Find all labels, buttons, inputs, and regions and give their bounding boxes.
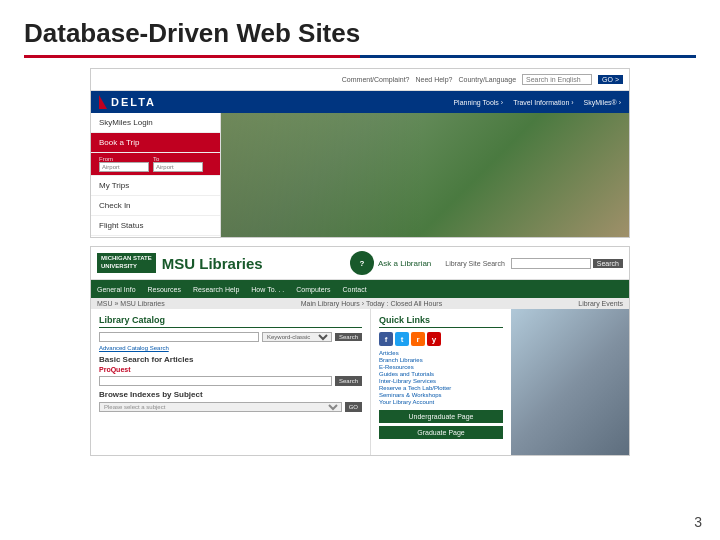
msu-ql-account[interactable]: Your Library Account (379, 399, 503, 405)
msu-library-title: MSU Libraries (162, 255, 263, 272)
delta-triangle-icon (99, 95, 107, 109)
msu-breadcrumb-right: Library Events (578, 300, 623, 307)
msu-articles-title: Basic Search for Articles (99, 355, 362, 364)
msu-logo-line1: MICHIGAN STATE (101, 255, 152, 263)
delta-topbar: Comment/Complaint? Need Help? Country/La… (91, 69, 629, 91)
msu-browse-row: Please select a subject GO (99, 402, 362, 412)
msu-undergrad-button[interactable]: Undergraduate Page (379, 410, 503, 423)
delta-book-trip[interactable]: Book a Trip (91, 133, 220, 153)
delta-sidebar: SkyMiles Login Book a Trip From To My Tr… (91, 113, 221, 238)
msu-body: Library Catalog Keyword-classic Search A… (91, 309, 629, 456)
delta-screenshot: Comment/Complaint? Need Help? Country/La… (90, 68, 630, 238)
msu-navbar: General Info Resources Research Help How… (91, 280, 629, 298)
msu-logo: MICHIGAN STATE UNIVERSITY (97, 253, 156, 273)
msu-ql-seminars[interactable]: Seminars & Workshops (379, 392, 503, 398)
msu-nav-howto[interactable]: How To. . . (251, 286, 284, 293)
msu-article-row: Search (99, 376, 362, 386)
delta-help-link[interactable]: Need Help? (415, 76, 452, 83)
slide-container: Database-Driven Web Sites Comment/Compla… (0, 0, 720, 540)
youtube-icon[interactable]: y (427, 332, 441, 346)
page-number: 3 (694, 514, 702, 530)
msu-ql-title: Quick Links (379, 315, 503, 328)
delta-check-in[interactable]: Check In (91, 196, 220, 216)
delta-nav-skymiles[interactable]: SkyMiles® › (584, 99, 621, 106)
msu-ql-articles[interactable]: Articles (379, 350, 503, 356)
delta-to-input[interactable] (153, 162, 203, 172)
delta-my-trips[interactable]: My Trips (91, 176, 220, 196)
msu-ask-librarian: ? Ask a Librarian (350, 251, 431, 275)
delta-go-button[interactable]: GO > (598, 75, 623, 84)
msu-breadcrumb-center: Main Library Hours › Today : Closed All … (301, 300, 442, 307)
delta-search-input[interactable] (522, 74, 592, 85)
delta-nav-planning[interactable]: Planning Tools › (453, 99, 503, 106)
msu-ask-icon: ? (350, 251, 374, 275)
msu-browse-select[interactable]: Please select a subject (99, 402, 342, 412)
msu-nav-general[interactable]: General Info (97, 286, 136, 293)
msu-ql-guides[interactable]: Guides and Tutorials (379, 371, 503, 377)
msu-proquest-label: ProQuest (99, 366, 362, 373)
msu-browse-go-btn[interactable]: GO (345, 402, 362, 412)
delta-skymiles-login[interactable]: SkyMiles Login (91, 113, 220, 133)
msu-breadcrumb-left: MSU » MSU Libraries (97, 300, 165, 307)
delta-logo: DELTA (99, 95, 156, 109)
msu-main-content: Library Catalog Keyword-classic Search A… (91, 309, 371, 456)
msu-catalog-search-btn[interactable]: Search (335, 333, 362, 341)
msu-logo-line2: UNIVERSITY (101, 263, 152, 271)
delta-photo-overlay (221, 113, 629, 238)
delta-navbar: DELTA Planning Tools › Travel Informatio… (91, 91, 629, 113)
msu-campus-photo (511, 309, 629, 456)
slide-title: Database-Driven Web Sites (24, 18, 696, 49)
msu-catalog-select[interactable]: Keyword-classic (262, 332, 332, 342)
msu-site-search-label: Library Site Search (445, 260, 505, 267)
delta-nav-travel[interactable]: Travel Information › (513, 99, 573, 106)
msu-ql-interlibrary[interactable]: Inter-Library Services (379, 378, 503, 384)
rss-icon[interactable]: r (411, 332, 425, 346)
delta-photo (221, 113, 629, 238)
facebook-icon[interactable]: f (379, 332, 393, 346)
delta-from-input[interactable] (99, 162, 149, 172)
msu-ql-reserve[interactable]: Reserve a Tech Lab/Plotter (379, 385, 503, 391)
msu-search-input[interactable] (511, 258, 591, 269)
delta-flight-status[interactable]: Flight Status (91, 216, 220, 236)
msu-search-area: Search (511, 258, 623, 269)
msu-nav-resources[interactable]: Resources (148, 286, 181, 293)
msu-article-search-btn[interactable]: Search (335, 376, 362, 386)
msu-breadcrumb: MSU » MSU Libraries Main Library Hours ›… (91, 298, 629, 309)
msu-catalog-input[interactable] (99, 332, 259, 342)
delta-nav-links: Planning Tools › Travel Information › Sk… (453, 99, 621, 106)
delta-country-link[interactable]: Country/Language (458, 76, 516, 83)
msu-nav-research[interactable]: Research Help (193, 286, 239, 293)
msu-article-input[interactable] (99, 376, 332, 386)
title-underline (24, 55, 696, 58)
msu-ql-eresources[interactable]: E-Resources (379, 364, 503, 370)
delta-body: SkyMiles Login Book a Trip From To My Tr… (91, 113, 629, 238)
screenshots-area: Comment/Complaint? Need Help? Country/La… (24, 68, 696, 456)
msu-nav-contact[interactable]: Contact (343, 286, 367, 293)
msu-header: MICHIGAN STATE UNIVERSITY MSU Libraries … (91, 247, 629, 280)
msu-advanced-search-link[interactable]: Advanced Catalog Search (99, 345, 362, 351)
msu-quick-links: Quick Links f t r y Articles Branch Libr… (371, 309, 511, 456)
msu-catalog-row: Keyword-classic Search (99, 332, 362, 342)
msu-grad-button[interactable]: Graduate Page (379, 426, 503, 439)
msu-ql-branches[interactable]: Branch Libraries (379, 357, 503, 363)
msu-ask-label[interactable]: Ask a Librarian (378, 259, 431, 268)
delta-comment-link[interactable]: Comment/Complaint? (342, 76, 410, 83)
twitter-icon[interactable]: t (395, 332, 409, 346)
msu-search-button[interactable]: Search (593, 259, 623, 268)
msu-social-icons: f t r y (379, 332, 503, 346)
msu-catalog-title: Library Catalog (99, 315, 362, 328)
msu-screenshot: MICHIGAN STATE UNIVERSITY MSU Libraries … (90, 246, 630, 456)
delta-trip-form: From To (91, 153, 220, 176)
msu-browse-title: Browse Indexes by Subject (99, 390, 362, 399)
msu-nav-computers[interactable]: Computers (296, 286, 330, 293)
delta-logo-text: DELTA (111, 96, 156, 108)
